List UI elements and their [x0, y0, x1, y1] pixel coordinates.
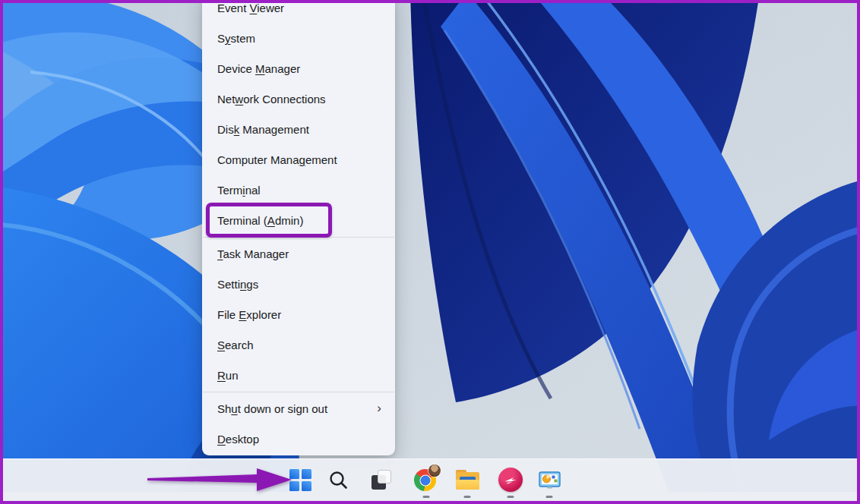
menu-item-system[interactable]: System — [202, 23, 395, 53]
menu-item-label: Shut down or sign out — [217, 402, 327, 415]
search-button[interactable] — [325, 467, 351, 493]
menu-item-run[interactable]: Run — [202, 360, 395, 390]
file-explorer-button[interactable] — [454, 467, 480, 493]
menu-separator — [203, 237, 394, 238]
menu-item-label: Terminal (Admin) — [217, 214, 303, 227]
running-indicator — [546, 496, 553, 498]
running-indicator — [464, 496, 471, 498]
menu-item-label: Task Manager — [217, 247, 289, 260]
menu-item-computer-management[interactable]: Computer Management — [202, 144, 395, 175]
chrome-icon — [413, 467, 439, 493]
task-view-icon — [371, 469, 392, 490]
menu-item-label: Disk Management — [217, 123, 309, 136]
menu-item-label: Network Connections — [217, 93, 326, 106]
arrow-annotation — [144, 465, 296, 494]
task-view-button[interactable] — [368, 467, 394, 493]
mail-app-icon — [498, 468, 523, 492]
menu-item-label: Event Viewer — [217, 2, 284, 14]
system-monitor-icon — [538, 468, 561, 492]
menu-item-label: Search — [217, 339, 254, 351]
menu-item-task-manager[interactable]: Task Manager — [202, 238, 395, 269]
menu-separator — [203, 392, 394, 392]
menu-item-label: Settings — [217, 278, 258, 291]
profile-avatar — [428, 465, 441, 477]
desktop-screen: Event ViewerSystemDevice ManagerNetwork … — [0, 0, 860, 504]
menu-item-search[interactable]: Search — [202, 329, 395, 360]
mail-app-button[interactable] — [498, 467, 523, 493]
file-explorer-icon — [456, 470, 479, 490]
menu-item-disk-management[interactable]: Disk Management — [202, 114, 395, 144]
menu-item-label: File Explorer — [217, 308, 281, 321]
menu-item-label: Terminal — [217, 184, 261, 197]
submenu-chevron-icon: › — [377, 402, 381, 414]
menu-item-label: Run — [217, 369, 239, 382]
running-indicator — [423, 496, 430, 498]
menu-item-network-connections[interactable]: Network Connections — [202, 83, 395, 114]
search-icon — [328, 470, 349, 490]
menu-item-shut-down-or-sign-out[interactable]: Shut down or sign out› — [202, 393, 395, 424]
system-monitor-button[interactable] — [536, 467, 562, 493]
wallpaper — [0, 0, 860, 504]
menu-item-device-manager[interactable]: Device Manager — [202, 53, 395, 83]
winx-menu: Event ViewerSystemDevice ManagerNetwork … — [202, 0, 395, 455]
menu-item-desktop[interactable]: Desktop — [202, 424, 395, 454]
menu-item-label: Computer Management — [217, 153, 337, 166]
menu-item-terminal-admin[interactable]: Terminal (Admin) — [202, 205, 395, 235]
chrome-button[interactable] — [413, 467, 439, 493]
running-indicator — [507, 496, 514, 498]
menu-item-file-explorer[interactable]: File Explorer — [202, 299, 395, 329]
menu-item-event-viewer[interactable]: Event Viewer — [202, 0, 395, 23]
menu-item-label: Desktop — [217, 433, 259, 446]
menu-item-settings[interactable]: Settings — [202, 269, 395, 299]
menu-item-label: Device Manager — [217, 62, 300, 75]
menu-item-label: System — [217, 32, 255, 45]
menu-item-terminal[interactable]: Terminal — [202, 175, 395, 205]
taskbar — [0, 458, 860, 501]
